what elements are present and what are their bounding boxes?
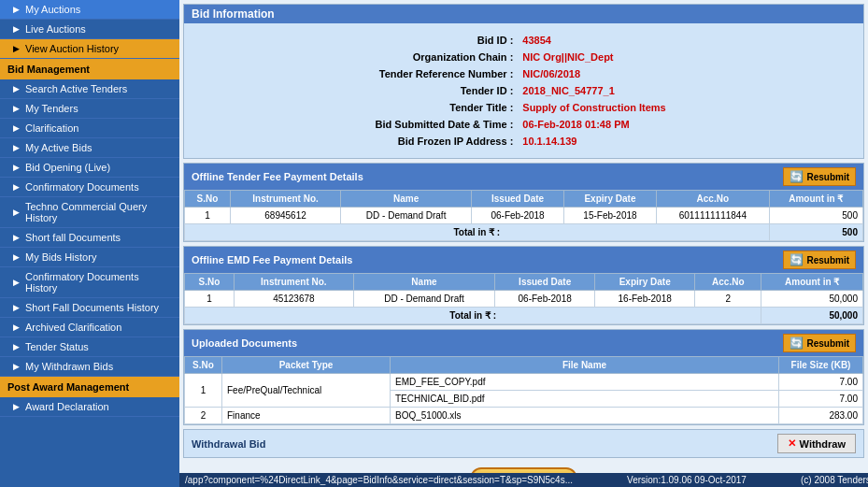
arrow-icon: ▶	[13, 163, 20, 172]
offline-emd-panel: Offline EMD Fee Payment Details 🔄 Resubm…	[183, 246, 864, 325]
tender-fee-table: S.No Instrument No. Name Issued Date Exp…	[184, 190, 863, 241]
close-icon: ✕	[788, 437, 796, 450]
status-copyright: (c) 2008 Tenders NIC, All rights reserve…	[801, 475, 868, 485]
main-content: Bid Information Bid ID : 43854 Organizat…	[179, 0, 868, 487]
sidebar-item-search-active-tenders[interactable]: ▶ Search Active Tenders	[0, 79, 179, 99]
withdraw-button[interactable]: ✕ Withdraw	[777, 434, 856, 453]
sidebar-item-my-tenders[interactable]: ▶ My Tenders	[0, 99, 179, 119]
sidebar-item-techno-commercial[interactable]: ▶ Techno Commercial Query History	[0, 197, 179, 228]
tender-fee-total-row: Total in ₹ : 500	[185, 224, 863, 241]
uploaded-docs-table: S.No Packet Type File Name File Size (KB…	[184, 356, 863, 424]
sidebar-item-archived-clarification[interactable]: ▶ Archived Clarification	[0, 318, 179, 337]
arrow-icon: ▶	[13, 104, 20, 113]
resubmit-icon: 🔄	[790, 170, 804, 183]
sidebar-item-bid-opening[interactable]: ▶ Bid Opening (Live)	[0, 158, 179, 178]
arrow-icon: ▶	[13, 44, 20, 53]
resubmit-icon: 🔄	[790, 253, 804, 266]
docs-resubmit-button[interactable]: 🔄 Resubmit	[783, 334, 856, 352]
uploaded-docs-header: Uploaded Documents 🔄 Resubmit	[184, 330, 863, 356]
arrow-icon: ▶	[13, 342, 20, 351]
offline-tender-panel: Offline Tender Fee Payment Details 🔄 Res…	[183, 163, 864, 242]
withdrawal-title: Withdrawal Bid	[192, 438, 265, 450]
bid-info-section: Bid Information Bid ID : 43854 Organizat…	[183, 4, 864, 159]
arrow-icon: ▶	[13, 24, 20, 34]
arrow-icon: ▶	[13, 402, 20, 411]
withdrawal-section: Withdrawal Bid ✕ Withdraw	[183, 429, 864, 458]
emd-fee-total-row: Total in ₹ : 50,000	[185, 308, 863, 324]
sidebar-item-view-auction-history[interactable]: ▶ View Auction History	[0, 39, 179, 59]
offline-emd-header: Offline EMD Fee Payment Details 🔄 Resubm…	[184, 247, 863, 273]
status-bar: /app?component=%24DirectLink_4&page=BidI…	[179, 473, 868, 487]
table-row: 1 45123678 DD - Demand Draft 06-Feb-2018…	[185, 291, 863, 308]
sidebar-section-post-award: Post Award Management	[0, 377, 179, 397]
uploaded-docs-panel: Uploaded Documents 🔄 Resubmit S.No Packe…	[183, 329, 864, 425]
sidebar-item-my-auctions[interactable]: ▶ My Auctions	[0, 0, 179, 20]
emd-resubmit-button[interactable]: 🔄 Resubmit	[783, 251, 856, 269]
arrow-icon: ▶	[13, 362, 20, 371]
arrow-icon: ▶	[13, 182, 20, 192]
status-version: Version:1.09.06 09-Oct-2017	[627, 475, 747, 485]
sidebar-item-live-auctions[interactable]: ▶ Live Auctions	[0, 20, 179, 39]
sidebar-item-short-fall-docs-history[interactable]: ▶ Short Fall Documents History	[0, 298, 179, 318]
arrow-icon: ▶	[13, 322, 20, 332]
sidebar-item-my-bids-history[interactable]: ▶ My Bids History	[0, 248, 179, 267]
arrow-icon: ▶	[13, 84, 20, 93]
table-row: 1 Fee/PreQual/Technical EMD_FEE_COPY.pdf…	[185, 374, 863, 391]
sidebar-item-award-declaration[interactable]: ▶ Award Declaration	[0, 397, 179, 417]
resubmit-icon: 🔄	[790, 337, 804, 350]
offline-tender-header: Offline Tender Fee Payment Details 🔄 Res…	[184, 164, 863, 190]
sidebar-item-short-fall-docs[interactable]: ▶ Short fall Documents	[0, 228, 179, 248]
tender-resubmit-button[interactable]: 🔄 Resubmit	[783, 167, 856, 186]
bid-info-table: Bid ID : 43854 Organization Chain : NIC …	[199, 31, 848, 150]
sidebar-item-my-active-bids[interactable]: ▶ My Active Bids	[0, 138, 179, 158]
bid-info-title: Bid Information	[184, 5, 863, 23]
table-row: 1 68945612 DD - Demand Draft 06-Feb-2018…	[185, 208, 863, 224]
status-url: /app?component=%24DirectLink_4&page=BidI…	[185, 475, 573, 485]
arrow-icon: ▶	[13, 252, 20, 262]
sidebar-item-my-withdrawn-bids[interactable]: ▶ My Withdrawn Bids	[0, 357, 179, 377]
arrow-icon: ▶	[13, 303, 20, 312]
sidebar-section-bid-management: Bid Management	[0, 59, 179, 79]
table-row: 2 Finance BOQ_51000.xls 283.00	[185, 408, 863, 424]
sidebar: ▶ My Auctions ▶ Live Auctions ▶ View Auc…	[0, 0, 179, 487]
sidebar-item-confirmatory-docs-history[interactable]: ▶ Confirmatory Documents History	[0, 267, 179, 298]
sidebar-item-confirmatory-docs[interactable]: ▶ Confirmatory Documents	[0, 178, 179, 197]
arrow-icon: ▶	[13, 233, 20, 242]
sidebar-item-clarification[interactable]: ▶ Clarification	[0, 119, 179, 138]
arrow-icon: ▶	[13, 278, 20, 287]
arrow-icon: ▶	[13, 123, 20, 133]
arrow-icon: ▶	[13, 143, 20, 152]
arrow-icon: ▶	[13, 5, 20, 14]
arrow-icon: ▶	[13, 208, 20, 217]
emd-fee-table: S.No Instrument No. Name Issued Date Exp…	[184, 273, 863, 324]
sidebar-item-tender-status[interactable]: ▶ Tender Status	[0, 337, 179, 357]
